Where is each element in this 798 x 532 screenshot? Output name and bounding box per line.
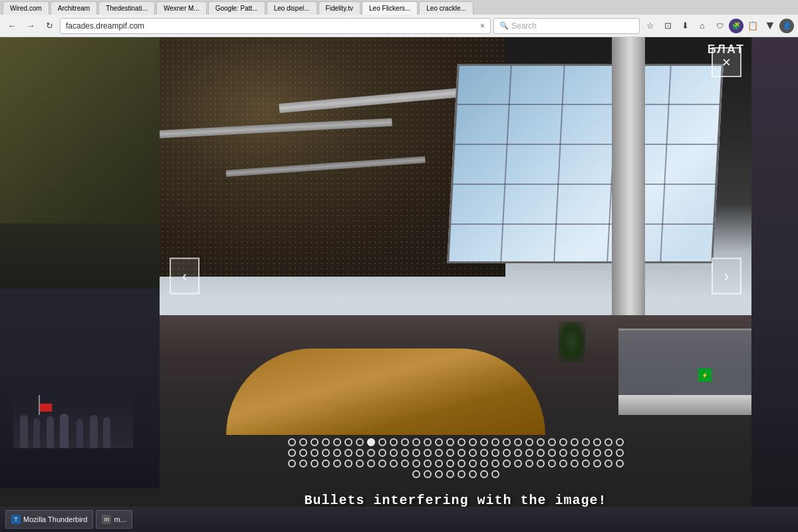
bullet-dot[interactable]	[446, 470, 454, 478]
bullet-dot[interactable]	[514, 438, 522, 446]
bullet-dot[interactable]	[378, 460, 386, 467]
bullet-dot[interactable]	[491, 470, 499, 478]
bullet-dot[interactable]	[503, 449, 511, 457]
bullet-dot[interactable]	[378, 438, 386, 446]
star-button[interactable]: ☆	[642, 18, 658, 34]
bullet-dot[interactable]	[514, 449, 522, 457]
bullet-dot[interactable]	[378, 449, 386, 457]
bullet-dot[interactable]	[390, 438, 398, 446]
bullet-dot[interactable]	[525, 460, 533, 467]
bullet-dot[interactable]	[424, 460, 432, 467]
bullet-dot[interactable]	[299, 460, 307, 467]
bullet-dot[interactable]	[491, 449, 499, 457]
bullet-dot[interactable]	[559, 460, 567, 467]
tab-8[interactable]: Leo crackle...	[419, 1, 473, 15]
bullet-dot[interactable]	[503, 438, 511, 446]
bullet-dot[interactable]	[480, 449, 488, 457]
bullet-dot[interactable]	[299, 438, 307, 446]
bullet-dot[interactable]	[344, 438, 352, 446]
bullet-dot[interactable]	[582, 460, 590, 467]
bullet-dot[interactable]	[593, 438, 601, 446]
bullet-dot[interactable]	[412, 438, 420, 446]
bullet-dot[interactable]	[458, 438, 466, 446]
bullet-dot[interactable]	[356, 460, 364, 467]
bullet-dot[interactable]	[480, 438, 488, 446]
bullet-dot[interactable]	[435, 438, 443, 446]
bullet-dot[interactable]	[424, 449, 432, 457]
search-bar[interactable]: 🔍 Search	[493, 18, 640, 34]
bullet-dot[interactable]	[311, 438, 319, 446]
bullet-dot[interactable]	[469, 438, 477, 446]
bullet-dot[interactable]	[571, 460, 579, 467]
bullet-dot[interactable]	[311, 449, 319, 457]
bullet-dot[interactable]	[367, 460, 375, 467]
bullet-dot[interactable]	[322, 460, 330, 467]
bullet-dot[interactable]	[604, 460, 612, 467]
bullet-dot[interactable]	[299, 449, 307, 457]
bullet-dot[interactable]	[446, 438, 454, 446]
bookmark-button[interactable]: ⊡	[660, 18, 676, 34]
bullet-dot[interactable]	[288, 460, 296, 467]
bullet-dot[interactable]	[537, 438, 545, 446]
tab-2[interactable]: Thedestinati...	[98, 1, 155, 15]
bullet-dot[interactable]	[412, 470, 420, 478]
bullet-dot[interactable]	[604, 438, 612, 446]
reload-button[interactable]: ↻	[41, 18, 57, 34]
bullet-dot[interactable]	[367, 449, 375, 457]
bullet-dot[interactable]	[412, 460, 420, 467]
bullet-dot[interactable]	[322, 449, 330, 457]
bullet-dot[interactable]	[616, 449, 624, 457]
bullet-dot[interactable]	[537, 460, 545, 467]
bullet-dot[interactable]	[525, 438, 533, 446]
bullet-dot[interactable]	[435, 470, 443, 478]
tab-6[interactable]: Fidelity.tv	[319, 1, 361, 15]
tab-7[interactable]: Leo Flickers...	[362, 1, 418, 15]
bullet-dot[interactable]	[469, 470, 477, 478]
bullet-dot[interactable]	[333, 460, 341, 467]
tab-3[interactable]: Wexner M...	[156, 1, 207, 15]
close-address-icon[interactable]: ×	[480, 21, 485, 31]
lightbox-next-button[interactable]: ›	[712, 258, 741, 295]
tab-5[interactable]: Leo dispel...	[267, 1, 317, 15]
bullet-dot[interactable]	[412, 449, 420, 457]
bullet-dot[interactable]	[514, 460, 522, 467]
bullet-dot[interactable]	[344, 449, 352, 457]
shield-button[interactable]: 🛡	[712, 18, 728, 34]
bullet-dot[interactable]	[288, 438, 296, 446]
bullet-dot[interactable]	[480, 460, 488, 467]
person-button[interactable]: 👤	[779, 19, 794, 33]
bullet-dot[interactable]	[559, 449, 567, 457]
forward-button[interactable]: →	[23, 18, 39, 34]
taskbar-item-m[interactable]: m m...	[96, 510, 132, 529]
bullet-dot[interactable]	[480, 470, 488, 478]
bullet-dot[interactable]	[424, 438, 432, 446]
bullet-dot[interactable]	[491, 438, 499, 446]
bullet-dot[interactable]	[446, 449, 454, 457]
copy-button[interactable]: 📋	[745, 18, 761, 34]
bullet-dot[interactable]	[604, 449, 612, 457]
download-button[interactable]: ⬇	[677, 18, 693, 34]
bullet-dot[interactable]	[616, 438, 624, 446]
bullet-dot[interactable]	[333, 438, 341, 446]
bullet-dot[interactable]	[311, 460, 319, 467]
bullet-dot[interactable]	[446, 460, 454, 467]
bullet-dot[interactable]	[537, 449, 545, 457]
bullet-dot[interactable]	[356, 449, 364, 457]
bullet-dot[interactable]	[582, 449, 590, 457]
tab-4[interactable]: Google: Patt...	[208, 1, 265, 15]
bullet-dot[interactable]	[435, 460, 443, 467]
bullet-dot[interactable]	[593, 460, 601, 467]
bullet-dot[interactable]	[469, 449, 477, 457]
bullet-dot[interactable]	[401, 438, 409, 446]
bullet-dot[interactable]	[390, 449, 398, 457]
bullet-dot[interactable]	[616, 460, 624, 467]
bullet-dot[interactable]	[593, 449, 601, 457]
bullet-dot[interactable]	[571, 449, 579, 457]
address-bar[interactable]: facades.dreampif.com ×	[60, 18, 491, 34]
bullet-dot[interactable]	[458, 460, 466, 467]
lightbox-close-button[interactable]: ×	[712, 47, 741, 77]
menu-button[interactable]: ▼	[762, 18, 778, 34]
taskbar-item-thunderbird[interactable]: T Mozilla Thunderbird	[5, 510, 93, 529]
bullet-dot[interactable]	[582, 438, 590, 446]
back-button[interactable]: ←	[4, 18, 20, 34]
